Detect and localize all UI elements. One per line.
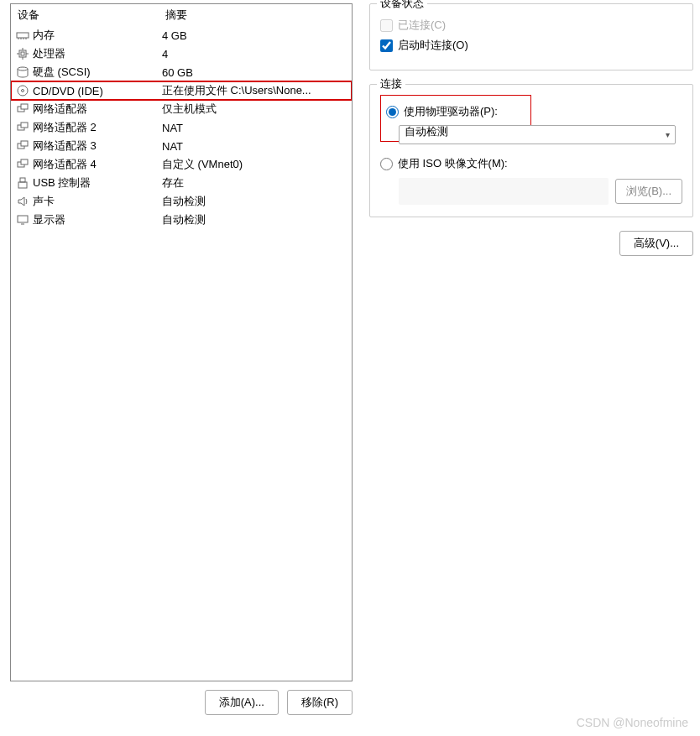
device-summary: 自动检测 [162, 212, 348, 227]
device-row-sound[interactable]: 声卡自动检测 [11, 192, 352, 211]
device-summary: 自动检测 [162, 194, 348, 209]
device-row-net[interactable]: 网络适配器 2NAT [11, 118, 352, 137]
svg-rect-22 [20, 178, 25, 182]
device-row-disk[interactable]: 硬盘 (SCSI)60 GB [11, 63, 352, 81]
net-icon [14, 121, 31, 134]
device-summary: 自定义 (VMnet0) [162, 157, 348, 172]
add-button[interactable]: 添加(A)... [205, 690, 279, 715]
cpu-icon [14, 47, 31, 60]
device-name: 硬盘 (SCSI) [31, 65, 162, 80]
svg-point-13 [22, 90, 24, 92]
device-row-memory[interactable]: 内存4 GB [11, 26, 352, 44]
device-row-cd[interactable]: CD/DVD (IDE)正在使用文件 C:\Users\None... [11, 81, 352, 100]
memory-icon [14, 29, 31, 42]
cd-icon [14, 84, 31, 97]
table-header: 设备 摘要 [11, 4, 352, 26]
connect-on-poweron-checkbox[interactable] [380, 39, 393, 52]
connected-label: 已连接(C) [398, 18, 446, 33]
device-summary: 正在使用文件 C:\Users\None... [162, 83, 348, 98]
browse-button[interactable]: 浏览(B)... [615, 179, 682, 204]
display-icon [14, 213, 31, 227]
svg-point-11 [18, 67, 28, 70]
device-name: 网络适配器 2 [31, 120, 162, 135]
device-name: 显示器 [31, 212, 162, 227]
device-table: 设备 摘要 内存4 GB处理器4硬盘 (SCSI)60 GBCD/DVD (ID… [10, 3, 353, 681]
device-row-net[interactable]: 网络适配器 3NAT [11, 137, 352, 155]
device-name: 网络适配器 3 [31, 138, 162, 154]
disk-icon [14, 65, 31, 79]
use-iso-label[interactable]: 使用 ISO 映像文件(M): [398, 156, 508, 171]
svg-rect-19 [21, 141, 28, 146]
net-icon [14, 158, 31, 171]
svg-rect-21 [21, 159, 28, 164]
device-name: 网络适配器 4 [31, 157, 162, 172]
device-name: USB 控制器 [31, 175, 162, 191]
device-summary: NAT [162, 122, 348, 134]
connection-title: 连接 [377, 76, 405, 91]
device-name: 声卡 [31, 194, 162, 209]
physical-dropdown-value: 自动检测 [405, 125, 448, 138]
svg-rect-24 [18, 216, 28, 222]
chevron-down-icon: ▾ [666, 130, 670, 139]
connection-group: 连接 使用物理驱动器(P): 自动检测 . ▾ 使用 ISO 映像文件(M): [369, 84, 693, 217]
device-row-cpu[interactable]: 处理器4 [11, 44, 352, 63]
device-summary: 4 GB [162, 29, 348, 42]
svg-rect-0 [17, 33, 29, 38]
sound-icon [14, 195, 31, 208]
device-name: CD/DVD (IDE) [31, 85, 162, 97]
connect-on-poweron-label[interactable]: 启动时连接(O) [398, 38, 468, 53]
svg-rect-23 [18, 182, 27, 188]
svg-point-12 [18, 86, 28, 96]
remove-button[interactable]: 移除(R) [287, 690, 353, 715]
device-status-group: 设备状态 已连接(C) 启动时连接(O) [369, 3, 693, 70]
device-summary: 4 [162, 48, 348, 60]
iso-path-field [399, 178, 609, 205]
device-row-display[interactable]: 显示器自动检测 [11, 211, 352, 229]
net-icon [14, 139, 31, 153]
use-physical-radio[interactable] [386, 106, 399, 118]
svg-rect-6 [21, 52, 24, 55]
device-summary: 60 GB [162, 66, 348, 79]
use-physical-label[interactable]: 使用物理驱动器(P): [404, 104, 498, 119]
device-name: 处理器 [31, 46, 162, 61]
device-summary: 仅主机模式 [162, 102, 348, 117]
advanced-button[interactable]: 高级(V)... [619, 231, 693, 256]
usb-icon [14, 176, 31, 190]
device-name: 网络适配器 [31, 102, 162, 117]
svg-rect-5 [19, 50, 26, 57]
header-device: 设备 [11, 4, 159, 26]
device-summary: NAT [162, 140, 348, 153]
svg-rect-17 [21, 123, 28, 128]
device-summary: 存在 [162, 175, 348, 191]
device-name: 内存 [31, 28, 162, 43]
net-icon [14, 102, 31, 116]
svg-rect-15 [21, 104, 28, 109]
device-status-title: 设备状态 [377, 0, 427, 11]
device-row-net[interactable]: 网络适配器 4自定义 (VMnet0) [11, 155, 352, 174]
use-iso-radio[interactable] [380, 158, 393, 170]
connected-checkbox [380, 19, 393, 32]
device-row-net[interactable]: 网络适配器仅主机模式 [11, 100, 352, 118]
device-row-usb[interactable]: USB 控制器存在 [11, 174, 352, 192]
header-summary: 摘要 [159, 4, 352, 26]
